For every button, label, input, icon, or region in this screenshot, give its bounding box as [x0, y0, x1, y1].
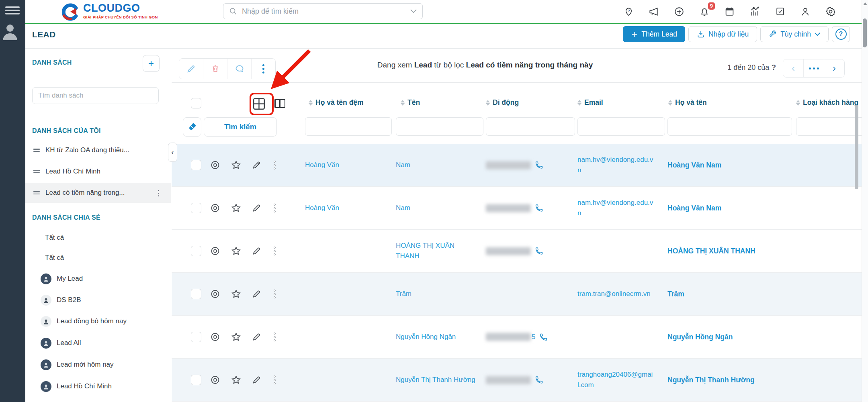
column-view-icon[interactable]: [274, 99, 285, 108]
table-row[interactable]: Trâm tram.tran@onlinecrm.vn Trâm: [172, 273, 862, 316]
cell-email[interactable]: tram.tran@onlinecrm.vn: [577, 289, 656, 299]
notifications-bell-icon[interactable]: 9: [699, 6, 710, 17]
list-search-input[interactable]: [32, 87, 159, 104]
cell-first-name[interactable]: Trâm: [396, 289, 478, 299]
list-item-menu-icon[interactable]: ⋮: [155, 188, 162, 198]
calendar-icon[interactable]: [725, 6, 735, 16]
sidebar-item-my-list-selected[interactable]: Lead có tiềm năng trong... ⋮: [25, 183, 171, 203]
preview-eye-icon[interactable]: [210, 160, 220, 170]
select-all-checkbox[interactable]: [191, 98, 201, 108]
cell-first-name[interactable]: Nam: [396, 203, 478, 213]
megaphone-icon[interactable]: [649, 6, 659, 17]
more-actions-button[interactable]: [251, 59, 275, 79]
filter-input-customer-type[interactable]: [796, 117, 862, 136]
row-more-options-icon[interactable]: [274, 290, 276, 298]
analytics-icon[interactable]: [749, 6, 760, 17]
cell-first-name[interactable]: Nam: [396, 160, 478, 170]
filter-input-first-name[interactable]: [396, 117, 483, 136]
column-header-mobile[interactable]: Di động: [486, 98, 519, 107]
table-row[interactable]: Hoàng Văn Nam nam.hv@viendong.edu.vn Hoà…: [172, 144, 862, 187]
cell-full-name[interactable]: Nguyễn Thị Thanh Hường: [667, 376, 800, 384]
settings-gear-icon[interactable]: [825, 6, 836, 17]
star-icon[interactable]: [231, 246, 241, 256]
cloudgo-logo[interactable]: CLOUDGO GIẢI PHÁP CHUYỂN ĐỔI SỐ TINH GỌN: [61, 3, 158, 21]
cell-middle-name[interactable]: Hoàng Văn: [305, 203, 387, 213]
column-header-middle-name[interactable]: Họ và tên đệm: [309, 98, 364, 107]
user-avatar[interactable]: [2, 22, 18, 40]
preview-eye-icon[interactable]: [210, 332, 220, 342]
edit-pencil-icon[interactable]: [252, 375, 261, 385]
row-more-options-icon[interactable]: [274, 375, 276, 384]
cell-mobile[interactable]: [486, 247, 543, 255]
phone-icon[interactable]: [535, 376, 543, 384]
cell-email[interactable]: tranghoang20406@gmail.com: [577, 369, 656, 391]
column-header-full-name[interactable]: Họ và tên: [668, 98, 707, 107]
row-more-options-icon[interactable]: [274, 247, 276, 255]
previous-page-button[interactable]: ‹: [783, 59, 803, 77]
add-lead-button[interactable]: Thêm Lead: [623, 26, 685, 42]
row-checkbox[interactable]: [191, 289, 201, 299]
cell-mobile[interactable]: [486, 376, 543, 384]
hamburger-menu-icon[interactable]: [5, 5, 20, 15]
add-list-button[interactable]: +: [143, 55, 160, 72]
phone-icon[interactable]: [535, 161, 543, 169]
row-more-options-icon[interactable]: [274, 333, 276, 341]
table-row[interactable]: Nguyễn Thị Thanh Hường tranghoang20406@g…: [172, 359, 862, 402]
sidebar-item-shared-list[interactable]: Lead All: [25, 333, 171, 353]
bulk-comment-button[interactable]: [227, 59, 251, 79]
global-search[interactable]: [223, 3, 423, 19]
customize-button[interactable]: Tùy chỉnh: [760, 26, 829, 42]
cell-mobile[interactable]: [486, 161, 543, 169]
phone-icon[interactable]: [539, 333, 548, 341]
record-total-unknown[interactable]: ?: [771, 63, 776, 71]
help-button[interactable]: ?: [832, 26, 850, 42]
star-icon[interactable]: [231, 203, 241, 213]
cell-full-name[interactable]: Hoàng Văn Nam: [667, 204, 800, 212]
row-checkbox[interactable]: [191, 160, 201, 170]
cell-email[interactable]: nam.hv@viendong.edu.vn: [577, 155, 656, 176]
grid-view-icon[interactable]: [253, 98, 265, 110]
search-filters-button[interactable]: Tìm kiếm: [204, 117, 277, 137]
page-scrollbar-thumb[interactable]: [863, 18, 867, 47]
column-header-first-name[interactable]: Tên: [401, 98, 420, 107]
cell-mobile[interactable]: 5: [486, 332, 548, 342]
cell-full-name[interactable]: HOÀNG THỊ XUÂN THANH: [667, 247, 800, 255]
preview-eye-icon[interactable]: [210, 203, 220, 213]
row-checkbox[interactable]: [191, 246, 201, 256]
column-header-email[interactable]: Email: [577, 98, 603, 107]
sidebar-item-shared-list[interactable]: My Lead: [25, 269, 171, 289]
global-search-input[interactable]: [241, 7, 410, 16]
profile-icon[interactable]: [800, 6, 811, 17]
cell-first-name[interactable]: Nguyễn Hồng Ngân: [396, 332, 478, 342]
table-row[interactable]: Nguyễn Hồng Ngân 5 Nguyễn Hồng Ngân: [172, 316, 862, 359]
sidebar-item-shared-list[interactable]: Tất cả: [25, 228, 191, 248]
preview-eye-icon[interactable]: [210, 289, 220, 299]
scroll-up-arrow-icon[interactable]: [863, 2, 867, 5]
edit-pencil-icon[interactable]: [252, 333, 261, 342]
table-row[interactable]: HOÀNG THỊ XUÂN THANH HOÀNG THỊ XUÂN THAN…: [172, 230, 862, 273]
edit-pencil-icon[interactable]: [252, 247, 261, 256]
sidebar-item-my-list[interactable]: KH từ Zalo OA đang thiếu...: [25, 140, 171, 160]
tasks-icon[interactable]: [775, 6, 785, 16]
cell-first-name[interactable]: HOÀNG THỊ XUÂN THANH: [396, 241, 478, 262]
star-icon[interactable]: [231, 375, 241, 385]
table-scrollbar-thumb[interactable]: [855, 105, 858, 189]
cell-full-name[interactable]: Hoàng Văn Nam: [667, 161, 800, 169]
phone-icon[interactable]: [535, 247, 543, 255]
filter-input-full-name[interactable]: [667, 117, 792, 136]
preview-eye-icon[interactable]: [210, 246, 220, 256]
row-checkbox[interactable]: [191, 332, 201, 342]
sidebar-item-shared-list[interactable]: DS B2B: [25, 290, 171, 310]
page-jump-button[interactable]: [803, 59, 824, 77]
next-page-button[interactable]: ›: [824, 59, 844, 77]
location-pin-icon[interactable]: ?: [624, 6, 634, 16]
clear-filters-button[interactable]: [183, 117, 201, 137]
row-checkbox[interactable]: [191, 375, 201, 385]
cell-first-name[interactable]: Nguyễn Thị Thanh Hường: [396, 375, 478, 385]
row-more-options-icon[interactable]: [274, 204, 276, 212]
cell-mobile[interactable]: [486, 204, 543, 212]
filter-input-mobile[interactable]: [486, 117, 575, 136]
bulk-edit-button[interactable]: [179, 59, 203, 79]
edit-pencil-icon[interactable]: [252, 290, 261, 299]
filter-input-middle-name[interactable]: [305, 117, 392, 136]
